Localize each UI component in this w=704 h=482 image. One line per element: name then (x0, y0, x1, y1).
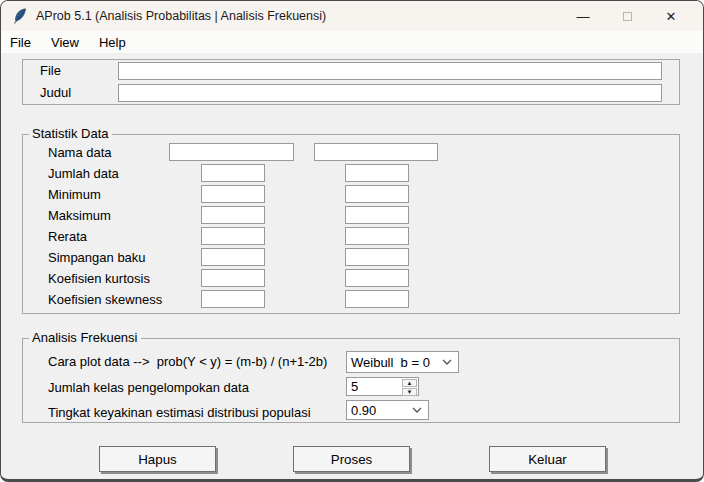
window-controls: — ✕ (561, 1, 693, 31)
menubar: File View Help (1, 31, 703, 53)
minimize-icon: — (577, 9, 590, 24)
koefisien-kurtosis-input-1[interactable] (201, 269, 265, 287)
simpangan-baku-input-2[interactable] (345, 248, 409, 266)
maximize-icon (623, 12, 632, 21)
hapus-button[interactable]: Hapus (99, 446, 216, 472)
maksimum-label: Maksimum (48, 207, 111, 225)
spinner-buttons: ▲ ▼ (401, 378, 418, 395)
chevron-down-icon (442, 359, 452, 365)
plot-method-combobox[interactable]: Weibull b = 0 (346, 351, 459, 373)
maksimum-input-2[interactable] (345, 206, 409, 224)
minimize-button[interactable]: — (561, 1, 605, 31)
jumlah-data-input-2[interactable] (345, 164, 409, 182)
jumlah-data-label: Jumlah data (48, 165, 119, 183)
nama-data-label: Nama data (48, 144, 112, 162)
koefisien-skewness-input-1[interactable] (201, 290, 265, 308)
file-input[interactable] (118, 62, 662, 80)
window-title: AProb 5.1 (Analisis Probabilitas | Anali… (36, 9, 326, 23)
num-classes-spinbox[interactable]: 5 ▲ ▼ (346, 377, 419, 396)
rerata-input-1[interactable] (201, 227, 265, 245)
menu-help[interactable]: Help (89, 34, 136, 51)
koefisien-kurtosis-input-2[interactable] (345, 269, 409, 287)
num-classes-value: 5 (347, 378, 401, 395)
tk-feather-icon (13, 8, 27, 24)
plot-method-value: Weibull b = 0 (351, 355, 430, 370)
koefisien-skewness-input-2[interactable] (345, 290, 409, 308)
keluar-button[interactable]: Keluar (489, 446, 606, 472)
minimum-input-2[interactable] (345, 185, 409, 203)
rerata-label: Rerata (48, 228, 87, 246)
judul-input[interactable] (118, 84, 662, 102)
maximize-button[interactable] (605, 1, 649, 31)
judul-label: Judul (40, 84, 71, 102)
menu-view[interactable]: View (41, 34, 89, 51)
statistik-data-legend: Statistik Data (29, 126, 112, 142)
menu-file[interactable]: File (1, 34, 41, 51)
titlebar: AProb 5.1 (Analisis Probabilitas | Anali… (1, 1, 703, 31)
jumlah-data-input-1[interactable] (201, 164, 265, 182)
spin-up-icon[interactable]: ▲ (402, 379, 417, 387)
tingkat-keyakinan-label: Tingkat keyakinan estimasi distribusi po… (48, 404, 311, 422)
simpangan-baku-label: Simpangan baku (48, 249, 146, 267)
cara-plot-label: Cara plot data --> prob(Y < y) = (m-b) /… (48, 353, 327, 371)
confidence-value: 0.90 (351, 403, 376, 418)
minimum-input-1[interactable] (201, 185, 265, 203)
maksimum-input-1[interactable] (201, 206, 265, 224)
rerata-input-2[interactable] (345, 227, 409, 245)
simpangan-baku-input-1[interactable] (201, 248, 265, 266)
analisis-frekuensi-legend: Analisis Frekuensi (29, 330, 141, 346)
chevron-down-icon (412, 407, 422, 413)
spin-down-icon[interactable]: ▼ (402, 388, 417, 396)
close-icon: ✕ (666, 9, 677, 24)
jumlah-kelas-label: Jumlah kelas pengelompokan data (48, 379, 249, 397)
nama-data-input-2[interactable] (314, 143, 438, 161)
confidence-combobox[interactable]: 0.90 (346, 400, 429, 420)
close-button[interactable]: ✕ (649, 1, 693, 31)
nama-data-input-1[interactable] (169, 143, 294, 161)
proses-button[interactable]: Proses (293, 446, 410, 472)
file-label: File (40, 62, 61, 80)
koefisien-kurtosis-label: Koefisien kurtosis (48, 270, 150, 288)
koefisien-skewness-label: Koefisien skewness (48, 291, 162, 309)
app-window: AProb 5.1 (Analisis Probabilitas | Anali… (0, 0, 704, 482)
minimum-label: Minimum (48, 186, 101, 204)
